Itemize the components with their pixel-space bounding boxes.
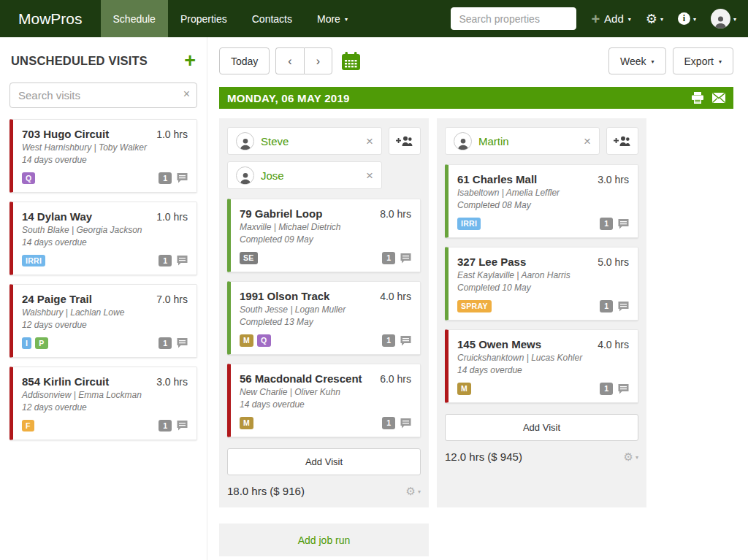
visit-meta: South Blake | Georgia Jackson <box>22 225 188 235</box>
avatar <box>236 132 254 150</box>
visit-meta: Maxville | Michael Dietrich <box>240 222 411 232</box>
add-visit-button[interactable]: Add Visit <box>445 414 638 441</box>
add-person-icon <box>396 135 413 147</box>
unscheduled-visit-card[interactable]: 24 Paige Trail7.0 hrs Walshbury | Lachla… <box>9 284 197 358</box>
tab-schedule[interactable]: Schedule <box>101 0 168 37</box>
run-options-button[interactable]: ⚙ ▾ <box>406 486 421 496</box>
scheduled-visit-card[interactable]: 1991 Olson Track4.0 hrs South Jesse | Lo… <box>227 281 421 355</box>
user-menu-button[interactable]: ▾ <box>711 9 736 28</box>
day-title: MONDAY, 06 MAY 2019 <box>227 92 350 104</box>
visit-count-badge: 1 <box>382 252 395 264</box>
visit-status: Completed 09 May <box>240 234 411 245</box>
nav-tabs: Schedule Properties Contacts More▾ <box>101 0 360 37</box>
team-member-name: Jose <box>261 169 284 182</box>
comment-icon <box>177 338 188 348</box>
run-footer: 12.0 hrs ($ 945) ⚙ ▾ <box>445 450 638 463</box>
team-member-name: Martin <box>478 135 509 147</box>
team-area: Steve × Jose × <box>227 127 421 189</box>
search-visits-input[interactable] <box>9 83 197 108</box>
mail-icon[interactable] <box>712 93 725 103</box>
tag-badge: P <box>35 337 47 350</box>
run-options-button[interactable]: ⚙ ▾ <box>624 451 638 462</box>
visit-hours: 1.0 hrs <box>150 129 188 140</box>
visit-meta: East Kaylaville | Aaron Harris <box>457 270 629 280</box>
visit-meta: Addisonview | Emma Lockman <box>22 390 188 400</box>
visit-status: 14 days overdue <box>22 237 188 248</box>
add-team-member-button[interactable] <box>389 127 421 155</box>
unscheduled-visit-card[interactable]: 703 Hugo Circuit1.0 hrs West Harnishbury… <box>9 119 197 193</box>
visit-count-badge: 1 <box>159 255 172 267</box>
prev-button[interactable]: ‹ <box>275 47 303 74</box>
team-member-select[interactable]: Steve × <box>227 127 382 155</box>
chevron-down-icon: ▾ <box>652 59 654 65</box>
add-menu-button[interactable]: + Add ▾ <box>591 12 630 26</box>
nav-right: + Add ▾ ⚙ ▾ i ▾ ▾ <box>451 0 748 37</box>
visit-meta: New Charlie | Oliver Kuhn <box>240 387 411 397</box>
print-icon[interactable] <box>691 92 704 104</box>
visit-search: × <box>9 83 197 108</box>
chevron-down-icon: ▾ <box>628 17 631 23</box>
schedule-main: Today ‹ › Week▾ Expor <box>207 37 748 560</box>
scheduled-visit-card[interactable]: 327 Lee Pass5.0 hrs East Kaylaville | Aa… <box>445 247 638 321</box>
remove-member-icon[interactable]: × <box>366 169 373 182</box>
add-visit-plus-button[interactable]: + <box>184 53 196 69</box>
visit-title: 145 Owen Mews <box>457 338 541 350</box>
comment-icon <box>618 384 629 394</box>
team-member-select[interactable]: Jose × <box>227 161 382 189</box>
sidebar-header: UNSCHEDULED VISITS + <box>11 53 196 69</box>
remove-member-icon[interactable]: × <box>366 135 373 147</box>
gear-icon: ⚙ <box>624 451 633 462</box>
next-button[interactable]: › <box>304 47 332 74</box>
scheduled-visit-card[interactable]: 79 Gabriel Loop8.0 hrs Maxville | Michae… <box>227 199 421 272</box>
tab-properties[interactable]: Properties <box>168 0 240 37</box>
clear-search-icon[interactable]: × <box>183 88 190 100</box>
comment-icon <box>618 219 629 229</box>
add-visit-button[interactable]: Add Visit <box>227 448 421 475</box>
chevron-down-icon: ▾ <box>418 489 421 495</box>
visit-hours: 8.0 hrs <box>374 208 411 220</box>
scheduled-visit-card[interactable]: 145 Owen Mews4.0 hrs Cruickshanktown | L… <box>445 329 638 403</box>
avatar <box>454 132 472 150</box>
visit-title: 56 Macdonald Crescent <box>240 372 362 385</box>
tag-badge: M <box>457 383 471 395</box>
tab-more[interactable]: More▾ <box>305 0 360 37</box>
visit-title: 854 Kirlin Circuit <box>22 375 109 388</box>
chevron-left-icon: ‹ <box>288 55 291 68</box>
add-team-member-button[interactable] <box>606 127 638 155</box>
visit-hours: 7.0 hrs <box>150 294 188 305</box>
gear-icon: ⚙ <box>646 12 657 26</box>
visit-status: 14 days overdue <box>22 155 188 165</box>
team-area: Martin × <box>445 127 638 155</box>
scheduled-visit-card[interactable]: 61 Charles Mall3.0 hrs Isabeltown | Amel… <box>445 164 638 238</box>
team-member-name: Steve <box>261 135 289 147</box>
tag-badge: IRRI <box>22 255 45 267</box>
export-button[interactable]: Export▾ <box>673 47 733 74</box>
add-job-run-button[interactable]: Add job run <box>219 523 429 556</box>
visit-status: 12 days overdue <box>22 402 188 413</box>
visit-count-badge: 1 <box>600 218 613 230</box>
remove-member-icon[interactable]: × <box>584 135 591 147</box>
visit-title: 1991 Olson Track <box>240 290 329 302</box>
visit-status: 14 days overdue <box>240 399 411 410</box>
unscheduled-visit-card[interactable]: 854 Kirlin Circuit3.0 hrs Addisonview | … <box>9 367 197 440</box>
calendar-button[interactable] <box>341 52 361 71</box>
view-select-button[interactable]: Week▾ <box>608 47 666 74</box>
visit-status: Completed 08 May <box>457 200 629 210</box>
day-body: Steve × Jose × <box>219 118 748 507</box>
info-icon: i <box>678 12 690 25</box>
visit-count-badge: 1 <box>600 383 613 395</box>
settings-menu-button[interactable]: ⚙ ▾ <box>646 12 663 26</box>
toolbar-right: Week▾ Export▾ <box>608 47 733 74</box>
brand-logo[interactable]: MowPros <box>0 0 101 37</box>
today-button[interactable]: Today <box>219 47 270 74</box>
comment-icon <box>400 336 411 346</box>
scheduled-visit-card[interactable]: 56 Macdonald Crescent6.0 hrs New Charlie… <box>227 364 421 437</box>
search-properties-input[interactable] <box>451 7 576 30</box>
visit-count-badge: 1 <box>159 172 172 185</box>
unscheduled-visit-card[interactable]: 14 Dylan Way1.0 hrs South Blake | Georgi… <box>9 202 197 275</box>
help-menu-button[interactable]: i ▾ <box>678 12 696 25</box>
tab-contacts[interactable]: Contacts <box>240 0 305 37</box>
day-header: MONDAY, 06 MAY 2019 <box>219 87 733 109</box>
schedule-toolbar: Today ‹ › Week▾ Expor <box>219 47 733 74</box>
team-member-select[interactable]: Martin × <box>445 127 600 155</box>
